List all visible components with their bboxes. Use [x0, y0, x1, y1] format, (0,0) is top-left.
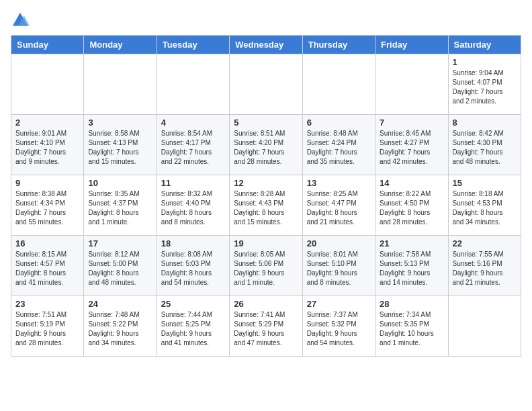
weekday-header-row: SundayMondayTuesdayWednesdayThursdayFrid… — [11, 36, 521, 54]
day-cell: 16Sunrise: 8:15 AM Sunset: 4:57 PM Dayli… — [11, 236, 84, 296]
day-number: 8 — [453, 118, 517, 128]
day-number: 20 — [307, 238, 371, 248]
day-cell: 18Sunrise: 8:08 AM Sunset: 5:03 PM Dayli… — [157, 236, 229, 296]
day-cell: 20Sunrise: 8:01 AM Sunset: 5:10 PM Dayli… — [302, 236, 375, 296]
day-info: Sunrise: 8:51 AM Sunset: 4:20 PM Dayligh… — [234, 129, 298, 167]
weekday-wednesday: Wednesday — [230, 36, 302, 54]
weekday-friday: Friday — [375, 36, 448, 54]
day-number: 17 — [88, 238, 152, 248]
week-row-4: 16Sunrise: 8:15 AM Sunset: 4:57 PM Dayli… — [11, 236, 521, 296]
day-info: Sunrise: 7:41 AM Sunset: 5:29 PM Dayligh… — [234, 310, 298, 348]
day-number: 19 — [234, 238, 298, 248]
day-number: 11 — [161, 178, 225, 188]
day-number: 22 — [453, 238, 517, 248]
calendar-body: 1Sunrise: 9:04 AM Sunset: 4:07 PM Daylig… — [11, 54, 521, 357]
day-info: Sunrise: 8:45 AM Sunset: 4:27 PM Dayligh… — [380, 129, 443, 167]
day-number: 7 — [380, 118, 443, 128]
weekday-tuesday: Tuesday — [157, 36, 229, 54]
day-info: Sunrise: 8:05 AM Sunset: 5:06 PM Dayligh… — [234, 250, 298, 287]
day-info: Sunrise: 8:12 AM Sunset: 5:00 PM Dayligh… — [88, 250, 152, 287]
day-cell: 25Sunrise: 7:44 AM Sunset: 5:25 PM Dayli… — [157, 296, 229, 357]
day-number: 3 — [88, 118, 152, 128]
day-cell: 8Sunrise: 8:42 AM Sunset: 4:30 PM Daylig… — [448, 115, 521, 175]
day-cell — [230, 54, 302, 115]
page-header — [11, 11, 521, 30]
day-number: 16 — [15, 238, 79, 248]
day-info: Sunrise: 8:54 AM Sunset: 4:17 PM Dayligh… — [161, 129, 225, 167]
day-cell: 19Sunrise: 8:05 AM Sunset: 5:06 PM Dayli… — [230, 236, 302, 296]
weekday-saturday: Saturday — [448, 36, 521, 54]
day-info: Sunrise: 8:15 AM Sunset: 4:57 PM Dayligh… — [15, 250, 79, 287]
day-cell: 12Sunrise: 8:28 AM Sunset: 4:43 PM Dayli… — [230, 175, 302, 236]
calendar: SundayMondayTuesdayWednesdayThursdayFrid… — [11, 35, 521, 357]
day-cell — [11, 54, 84, 115]
day-info: Sunrise: 8:28 AM Sunset: 4:43 PM Dayligh… — [234, 189, 298, 227]
day-cell: 14Sunrise: 8:22 AM Sunset: 4:50 PM Dayli… — [375, 175, 448, 236]
day-cell: 5Sunrise: 8:51 AM Sunset: 4:20 PM Daylig… — [230, 115, 302, 175]
day-number: 13 — [307, 178, 371, 188]
weekday-thursday: Thursday — [302, 36, 375, 54]
day-cell: 7Sunrise: 8:45 AM Sunset: 4:27 PM Daylig… — [375, 115, 448, 175]
day-number: 15 — [453, 178, 517, 188]
day-info: Sunrise: 7:44 AM Sunset: 5:25 PM Dayligh… — [161, 310, 225, 348]
day-info: Sunrise: 8:48 AM Sunset: 4:24 PM Dayligh… — [307, 129, 371, 167]
day-number: 4 — [161, 118, 225, 128]
day-number: 24 — [88, 299, 152, 309]
day-cell: 27Sunrise: 7:37 AM Sunset: 5:32 PM Dayli… — [302, 296, 375, 357]
logo-icon — [11, 11, 30, 30]
day-cell: 17Sunrise: 8:12 AM Sunset: 5:00 PM Dayli… — [84, 236, 157, 296]
day-info: Sunrise: 8:38 AM Sunset: 4:34 PM Dayligh… — [15, 189, 79, 227]
day-cell — [448, 296, 521, 357]
day-cell: 23Sunrise: 7:51 AM Sunset: 5:19 PM Dayli… — [11, 296, 84, 357]
week-row-3: 9Sunrise: 8:38 AM Sunset: 4:34 PM Daylig… — [11, 175, 521, 236]
day-number: 23 — [15, 299, 79, 309]
day-info: Sunrise: 9:01 AM Sunset: 4:10 PM Dayligh… — [15, 129, 79, 167]
day-number: 28 — [380, 299, 443, 309]
day-info: Sunrise: 7:51 AM Sunset: 5:19 PM Dayligh… — [15, 310, 79, 348]
weekday-sunday: Sunday — [11, 36, 84, 54]
day-cell: 26Sunrise: 7:41 AM Sunset: 5:29 PM Dayli… — [230, 296, 302, 357]
day-cell: 24Sunrise: 7:48 AM Sunset: 5:22 PM Dayli… — [84, 296, 157, 357]
day-number: 21 — [380, 238, 443, 248]
day-cell: 22Sunrise: 7:55 AM Sunset: 5:16 PM Dayli… — [448, 236, 521, 296]
day-cell — [157, 54, 229, 115]
day-info: Sunrise: 8:35 AM Sunset: 4:37 PM Dayligh… — [88, 189, 152, 227]
day-number: 26 — [234, 299, 298, 309]
day-cell: 3Sunrise: 8:58 AM Sunset: 4:13 PM Daylig… — [84, 115, 157, 175]
day-cell: 9Sunrise: 8:38 AM Sunset: 4:34 PM Daylig… — [11, 175, 84, 236]
week-row-1: 1Sunrise: 9:04 AM Sunset: 4:07 PM Daylig… — [11, 54, 521, 115]
day-info: Sunrise: 7:55 AM Sunset: 5:16 PM Dayligh… — [453, 250, 517, 287]
day-info: Sunrise: 8:32 AM Sunset: 4:40 PM Dayligh… — [161, 189, 225, 227]
day-info: Sunrise: 8:58 AM Sunset: 4:13 PM Dayligh… — [88, 129, 152, 167]
day-cell: 13Sunrise: 8:25 AM Sunset: 4:47 PM Dayli… — [302, 175, 375, 236]
week-row-5: 23Sunrise: 7:51 AM Sunset: 5:19 PM Dayli… — [11, 296, 521, 357]
day-info: Sunrise: 7:48 AM Sunset: 5:22 PM Dayligh… — [88, 310, 152, 348]
day-number: 12 — [234, 178, 298, 188]
day-number: 5 — [234, 118, 298, 128]
day-cell: 21Sunrise: 7:58 AM Sunset: 5:13 PM Dayli… — [375, 236, 448, 296]
day-number: 18 — [161, 238, 225, 248]
logo — [11, 11, 32, 30]
week-row-2: 2Sunrise: 9:01 AM Sunset: 4:10 PM Daylig… — [11, 115, 521, 175]
day-number: 10 — [88, 178, 152, 188]
day-cell — [84, 54, 157, 115]
weekday-monday: Monday — [84, 36, 157, 54]
day-info: Sunrise: 8:42 AM Sunset: 4:30 PM Dayligh… — [453, 129, 517, 167]
day-number: 14 — [380, 178, 443, 188]
day-info: Sunrise: 8:01 AM Sunset: 5:10 PM Dayligh… — [307, 250, 371, 287]
day-cell: 28Sunrise: 7:34 AM Sunset: 5:35 PM Dayli… — [375, 296, 448, 357]
day-number: 1 — [453, 57, 517, 67]
day-info: Sunrise: 8:25 AM Sunset: 4:47 PM Dayligh… — [307, 189, 371, 227]
calendar-header: SundayMondayTuesdayWednesdayThursdayFrid… — [11, 36, 521, 54]
day-info: Sunrise: 7:58 AM Sunset: 5:13 PM Dayligh… — [380, 250, 443, 287]
day-cell: 11Sunrise: 8:32 AM Sunset: 4:40 PM Dayli… — [157, 175, 229, 236]
day-cell: 15Sunrise: 8:18 AM Sunset: 4:53 PM Dayli… — [448, 175, 521, 236]
day-cell — [375, 54, 448, 115]
day-cell: 10Sunrise: 8:35 AM Sunset: 4:37 PM Dayli… — [84, 175, 157, 236]
day-cell — [302, 54, 375, 115]
day-info: Sunrise: 9:04 AM Sunset: 4:07 PM Dayligh… — [453, 68, 517, 106]
day-number: 25 — [161, 299, 225, 309]
day-number: 27 — [307, 299, 371, 309]
day-cell: 2Sunrise: 9:01 AM Sunset: 4:10 PM Daylig… — [11, 115, 84, 175]
day-info: Sunrise: 8:08 AM Sunset: 5:03 PM Dayligh… — [161, 250, 225, 287]
